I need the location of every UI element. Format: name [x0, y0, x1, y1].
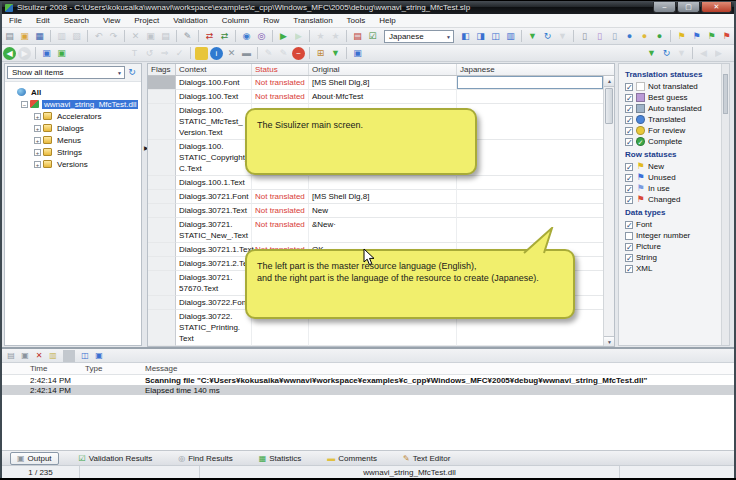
build-all-icon[interactable]: ▶ [292, 30, 305, 43]
clear-filter-icon[interactable]: ▼ [556, 30, 569, 43]
copy-log-icon[interactable]: ▣ [19, 350, 31, 362]
grid-options-icon[interactable]: ⊞ [314, 47, 327, 60]
dont-translate-icon[interactable]: ✕ [225, 47, 238, 60]
menu-item[interactable]: View [96, 16, 127, 25]
font-icon[interactable]: T [128, 47, 141, 60]
dock-panel-icon[interactable]: ◫ [79, 350, 91, 362]
menu-item[interactable]: Help [372, 16, 402, 25]
column-header-status[interactable]: Status [252, 64, 309, 75]
status-best-guess-icon[interactable]: ▯ [593, 30, 606, 43]
exchange-languages-icon[interactable]: ⇄ [203, 30, 216, 43]
checkbox[interactable] [625, 127, 633, 135]
save-icon[interactable]: ▦ [33, 30, 46, 43]
column-header-original[interactable]: Original [309, 64, 457, 75]
pause-log-icon[interactable]: ▥ [47, 350, 59, 362]
checkbox[interactable] [625, 243, 633, 251]
japanese-cell[interactable] [457, 190, 603, 204]
filter-in-use[interactable]: ⚑ In use [625, 183, 729, 194]
forward-icon[interactable]: ▶ [18, 47, 31, 60]
cut-icon[interactable]: ✕ [129, 30, 142, 43]
expander-icon[interactable]: + [34, 125, 41, 132]
flag-cell[interactable] [148, 310, 176, 346]
panel-refresh-icon[interactable]: ↻ [660, 47, 673, 60]
tab-comments[interactable]: ▬ Comments [321, 453, 383, 464]
column-header-type[interactable]: Type [82, 363, 142, 374]
panel-clear-filter-icon[interactable]: ▼ [675, 47, 688, 60]
menu-item[interactable]: Search [57, 16, 96, 25]
toolbar-icon[interactable] [309, 47, 310, 59]
filter-new[interactable]: ⚑ New [625, 161, 729, 172]
filter-font[interactable]: Font [625, 219, 729, 230]
filter-picture[interactable]: Picture [625, 241, 729, 252]
minimize-button[interactable]: – [653, 2, 676, 13]
toolbar-icon[interactable] [309, 30, 310, 42]
column-header-message[interactable]: Message [142, 363, 734, 374]
table-row[interactable]: Dialogs.100.1.Text [148, 176, 603, 190]
paste-icon[interactable]: ▤ [159, 30, 172, 43]
checkbox[interactable] [625, 163, 633, 171]
flag-cell[interactable] [148, 257, 176, 271]
toolbar-icon[interactable] [198, 30, 199, 42]
pane-columns-icon[interactable]: ▥ [504, 30, 517, 43]
menu-item[interactable]: Row [256, 16, 286, 25]
flag-cell[interactable] [148, 204, 176, 218]
toolbar-icon[interactable] [124, 30, 125, 42]
filter-string[interactable]: String [625, 252, 729, 263]
japanese-cell[interactable] [457, 76, 603, 90]
japanese-cell[interactable] [457, 140, 603, 176]
menu-item[interactable]: Translation [286, 16, 339, 25]
filter-best-guess[interactable]: Best guess [625, 92, 729, 103]
flag-in-use-icon[interactable]: ⚑ [705, 30, 718, 43]
sidebar-item-all[interactable]: All [5, 86, 141, 98]
toolbar-icon[interactable] [346, 47, 347, 59]
tab-text-editor[interactable]: ✎ Text Editor [397, 453, 457, 464]
tab-statistics[interactable]: ▦ Statistics [253, 453, 308, 464]
flag-cell[interactable] [148, 218, 176, 243]
edit-translation-icon[interactable]: ✎ [181, 30, 194, 43]
status-auto-translated-icon[interactable]: ▯ [608, 30, 621, 43]
new-file-icon[interactable]: ▤ [3, 30, 16, 43]
preview-icon[interactable]: ▧ [70, 30, 83, 43]
unmark-icon[interactable]: ★ [329, 30, 342, 43]
protect-icon[interactable]: ▬ [240, 47, 253, 60]
filter-translated[interactable]: Translated [625, 114, 729, 125]
table-row[interactable]: Dialogs.30721.Font Not translated [MS Sh… [148, 190, 603, 204]
title-bar[interactable]: Sisulizer 2008 - C:\Users\kokusaika\wwna… [2, 1, 734, 14]
flag-cell[interactable] [148, 76, 176, 90]
pane-right-icon[interactable]: ◨ [474, 30, 487, 43]
log-row[interactable]: 2:42:14 PM Scanning file "C:¥Users¥kokus… [2, 375, 734, 385]
toolbar-icon[interactable] [670, 30, 671, 42]
flag-changed-icon[interactable]: ⚑ [720, 30, 733, 43]
flag-new-icon[interactable]: ⚑ [675, 30, 688, 43]
table-row[interactable]: Dialogs.100.Text Not translated About·Mf… [148, 90, 603, 104]
checkbox[interactable] [625, 232, 633, 240]
tab-output[interactable]: ▣ Output [10, 452, 59, 465]
toolbar-icon[interactable] [35, 47, 36, 59]
info-icon[interactable]: i [210, 47, 223, 60]
status-for-review-icon[interactable]: ● [638, 30, 651, 43]
filter-integer-number[interactable]: Integer number [625, 230, 729, 241]
flag-cell[interactable] [148, 271, 176, 296]
toolbar-icon[interactable] [257, 47, 258, 59]
tab-validation-results[interactable]: ☑ Validation Results [73, 453, 159, 464]
maximize-button[interactable]: ▢ [677, 2, 700, 13]
lock-icon[interactable] [195, 47, 208, 60]
sidebar-item-module[interactable]: − wwnavi_string_MfcTest.dll [5, 98, 141, 110]
filter-rows-icon[interactable]: ▼ [329, 47, 342, 60]
menu-item[interactable]: Column [215, 16, 257, 25]
flag-unused-icon[interactable]: ⚑ [690, 30, 703, 43]
flag-cell[interactable] [148, 90, 176, 104]
menu-item[interactable]: Validation [166, 16, 215, 25]
checkbox[interactable] [625, 83, 633, 91]
checkbox[interactable] [625, 105, 633, 113]
expander-icon[interactable]: + [34, 113, 41, 120]
filter-panel-scrollbar[interactable] [721, 64, 729, 345]
menu-item[interactable]: Tools [340, 16, 373, 25]
refresh-icon[interactable]: ↻ [541, 30, 554, 43]
revert-icon[interactable]: ↺ [143, 47, 156, 60]
filter-changed[interactable]: ⚑ Changed [625, 194, 729, 205]
toolbar-icon[interactable] [87, 30, 88, 42]
toolbar-icon[interactable] [692, 47, 693, 59]
checkbox[interactable] [625, 221, 633, 229]
exclude-icon[interactable]: ▤ [351, 30, 364, 43]
